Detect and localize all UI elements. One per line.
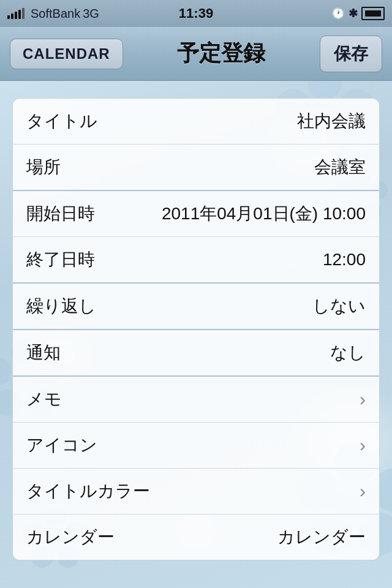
- settings-table: タイトル 社内会議 場所 会議室 開始日時 2011年04月01日(金) 10:…: [12, 98, 380, 560]
- status-bar: SoftBank 3G 11:39 🕐 ✱: [0, 0, 392, 27]
- carrier-label: SoftBank: [31, 7, 80, 21]
- signal-bars: [7, 8, 24, 19]
- end-date-value: 12:00: [323, 250, 366, 270]
- calendar-row[interactable]: カレンダー カレンダー: [13, 514, 379, 560]
- status-time: 11:39: [179, 6, 213, 21]
- bluetooth-icon: ✱: [349, 7, 358, 20]
- memo-row[interactable]: メモ ›: [13, 377, 379, 423]
- notify-row[interactable]: 通知 なし: [13, 330, 379, 377]
- location-value: 会議室: [314, 156, 366, 179]
- network-label: 3G: [83, 7, 99, 21]
- title-row[interactable]: タイトル 社内会議: [13, 99, 379, 145]
- repeat-value: しない: [312, 295, 366, 318]
- clock-icon: 🕐: [331, 7, 345, 20]
- start-date-row[interactable]: 開始日時 2011年04月01日(金) 10:00: [13, 191, 379, 237]
- icon-chevron-icon: ›: [360, 435, 366, 456]
- notify-label: 通知: [26, 341, 61, 364]
- back-button[interactable]: CALENDAR: [10, 39, 123, 69]
- title-value: 社内会議: [297, 110, 366, 133]
- repeat-row[interactable]: 繰り返し しない: [13, 284, 379, 330]
- notify-value: なし: [330, 341, 366, 364]
- end-date-row[interactable]: 終了日時 12:00: [13, 237, 379, 284]
- main-content: タイトル 社内会議 場所 会議室 開始日時 2011年04月01日(金) 10:…: [0, 81, 392, 578]
- title-label: タイトル: [26, 110, 97, 133]
- memo-label: メモ: [26, 388, 62, 411]
- repeat-label: 繰り返し: [26, 295, 96, 318]
- calendar-label: カレンダー: [26, 526, 115, 549]
- title-color-chevron-icon: ›: [360, 481, 366, 502]
- save-button[interactable]: 保存: [320, 36, 382, 72]
- page-title: 予定登録: [177, 39, 265, 69]
- start-date-label: 開始日時: [26, 202, 95, 225]
- icon-label: アイコン: [26, 434, 97, 457]
- calendar-value: カレンダー: [277, 526, 366, 549]
- status-right: 🕐 ✱: [331, 7, 385, 20]
- title-color-row[interactable]: タイトルカラー ›: [13, 469, 379, 514]
- start-date-value: 2011年04月01日(金) 10:00: [162, 202, 366, 225]
- title-color-label: タイトルカラー: [26, 480, 150, 503]
- location-row[interactable]: 場所 会議室: [13, 145, 379, 191]
- battery-icon: [361, 7, 385, 20]
- icon-row[interactable]: アイコン ›: [13, 423, 379, 469]
- memo-chevron-icon: ›: [360, 389, 366, 410]
- nav-bar: CALENDAR 予定登録 保存: [0, 27, 392, 81]
- location-label: 場所: [26, 156, 61, 179]
- status-left: SoftBank 3G: [7, 7, 99, 21]
- end-date-label: 終了日時: [26, 248, 95, 271]
